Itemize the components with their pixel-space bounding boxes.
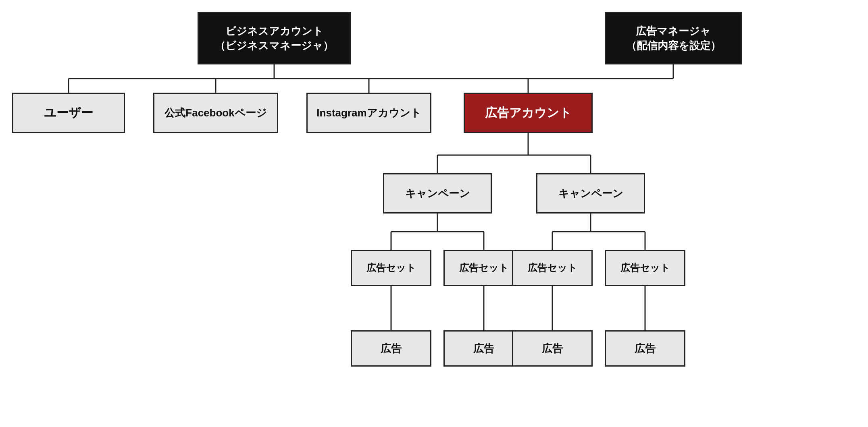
campaign1-label: キャンペーン (405, 187, 470, 201)
adset3-node: 広告セット (512, 250, 593, 286)
ad-account-label: 広告アカウント (485, 105, 572, 121)
business-account-label: ビジネスアカウント （ビジネスマネージャ） (215, 24, 333, 53)
ad1-label: 広告 (381, 342, 402, 356)
ad-account-node: 広告アカウント (464, 93, 593, 133)
user-label: ユーザー (44, 105, 93, 121)
adset4-node: 広告セット (605, 250, 685, 286)
adset2-label: 広告セット (459, 261, 509, 274)
campaign2-label: キャンペーン (558, 187, 623, 201)
ad1-node: 広告 (351, 330, 431, 367)
adset1-label: 広告セット (366, 261, 416, 274)
ad-manager-node: 広告マネージャ （配信内容を設定） (605, 12, 742, 64)
facebook-page-node: 公式Facebookページ (153, 93, 278, 133)
ad3-node: 広告 (512, 330, 593, 367)
ad-manager-label: 広告マネージャ （配信内容を設定） (626, 24, 721, 53)
ad2-label: 広告 (473, 342, 494, 356)
campaign2-node: キャンペーン (536, 173, 645, 214)
adset4-label: 広告セット (620, 261, 670, 274)
ad3-label: 広告 (542, 342, 563, 356)
instagram-label: Instagramアカウント (316, 106, 421, 120)
adset3-label: 広告セット (528, 261, 577, 274)
campaign1-node: キャンペーン (383, 173, 492, 214)
ad4-node: 広告 (605, 330, 685, 367)
business-account-node: ビジネスアカウント （ビジネスマネージャ） (198, 12, 351, 64)
ad4-label: 広告 (635, 342, 656, 356)
user-node: ユーザー (12, 93, 125, 133)
adset1-node: 広告セット (351, 250, 431, 286)
facebook-page-label: 公式Facebookページ (164, 106, 266, 120)
diagram: ビジネスアカウント （ビジネスマネージャ） 広告マネージャ （配信内容を設定） … (0, 0, 868, 427)
instagram-node: Instagramアカウント (306, 93, 431, 133)
